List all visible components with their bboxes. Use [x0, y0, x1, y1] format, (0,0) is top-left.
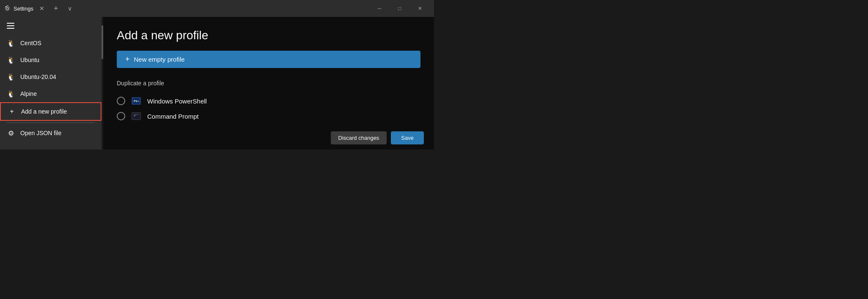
json-gear-icon: ⚙: [7, 129, 15, 137]
duplicate-section-label: Duplicate a profile: [117, 80, 420, 87]
discard-changes-button[interactable]: Discard changes: [331, 131, 387, 144]
sidebar-item-alpine-label: Alpine: [20, 90, 37, 97]
sidebar-item-centos[interactable]: 🐧 CentOS: [0, 35, 102, 52]
new-profile-button-label: New empty profile: [134, 56, 185, 63]
sidebar-item-centos-label: CentOS: [20, 40, 41, 46]
new-profile-plus-icon: +: [125, 55, 130, 64]
sidebar-item-json-label: Open JSON file: [20, 130, 61, 136]
close-button[interactable]: ✕: [410, 2, 430, 15]
sidebar-item-open-json[interactable]: ⚙ Open JSON file: [0, 125, 102, 141]
gear-icon: [4, 5, 11, 12]
save-button[interactable]: Save: [391, 131, 424, 144]
sidebar-divider: [7, 122, 95, 123]
centos-icon: 🐧: [7, 39, 15, 47]
sidebar-item-ubuntu-label: Ubuntu: [20, 57, 39, 63]
bottom-action-bar: Discard changes Save: [103, 126, 434, 150]
svg-text:PS>: PS>: [134, 100, 139, 103]
powershell-icon-box: PS>: [131, 97, 141, 105]
profile-option-powershell[interactable]: PS> Windows PowerShell: [117, 93, 420, 109]
cmd-icon-box: [131, 112, 141, 120]
maximize-button[interactable]: □: [390, 2, 409, 15]
powershell-label: Windows PowerShell: [147, 98, 207, 105]
hamburger-menu-button[interactable]: [0, 17, 102, 35]
sidebar-item-alpine[interactable]: 🐧 Alpine: [0, 85, 102, 102]
minimize-button[interactable]: ─: [370, 2, 389, 15]
add-profile-plus-icon: +: [8, 107, 16, 116]
ubuntu-icon: 🐧: [7, 56, 15, 64]
cmd-label: Command Prompt: [147, 113, 199, 120]
cmd-radio[interactable]: [117, 112, 125, 120]
titlebar-title: Settings: [14, 5, 33, 12]
sidebar-item-ubuntu-2004[interactable]: 🐧 Ubuntu-20.04: [0, 68, 102, 85]
sidebar-item-ubuntu2004-label: Ubuntu-20.04: [20, 73, 56, 80]
close-tab-button[interactable]: ✕: [37, 4, 47, 13]
sidebar-item-ubuntu[interactable]: 🐧 Ubuntu: [0, 52, 102, 68]
alpine-icon: 🐧: [7, 90, 15, 98]
content-area: Add a new profile + New empty profile Du…: [103, 17, 434, 150]
settings-tab[interactable]: Settings: [4, 5, 33, 12]
page-title: Add a new profile: [117, 29, 420, 42]
svg-rect-5: [134, 117, 135, 117]
tab-dropdown-button[interactable]: ∨: [65, 4, 74, 13]
add-tab-button[interactable]: +: [50, 3, 62, 14]
new-empty-profile-button[interactable]: + New empty profile: [117, 51, 420, 68]
titlebar-left: Settings ✕ + ∨: [4, 3, 187, 14]
profile-option-cmd[interactable]: Command Prompt: [117, 109, 420, 124]
window-controls: ─ □ ✕: [370, 2, 430, 15]
sidebar-item-add-label: Add a new profile: [21, 108, 67, 115]
ubuntu2004-icon: 🐧: [7, 73, 15, 81]
titlebar: Settings ✕ + ∨ ─ □ ✕: [0, 0, 434, 17]
cmd-icon: [132, 112, 141, 120]
hamburger-icon: [7, 23, 14, 29]
main-layout: 🐧 CentOS 🐧 Ubuntu 🐧 Ubuntu-20.04 🐧 Alpin…: [0, 17, 434, 150]
sidebar: 🐧 CentOS 🐧 Ubuntu 🐧 Ubuntu-20.04 🐧 Alpin…: [0, 17, 102, 150]
svg-rect-3: [134, 114, 139, 115]
powershell-radio[interactable]: [117, 97, 125, 105]
sidebar-item-add-new-profile[interactable]: + Add a new profile: [0, 102, 102, 121]
powershell-icon: PS>: [132, 97, 141, 105]
svg-rect-4: [134, 115, 136, 116]
